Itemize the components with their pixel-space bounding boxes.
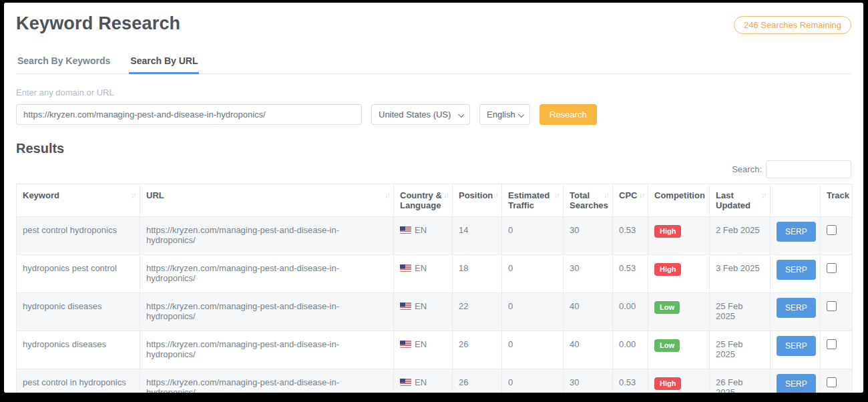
keyword-cell: pest control in hydroponics [17, 369, 140, 393]
track-cell [821, 331, 853, 369]
sort-icon[interactable]: ↓↑ [700, 191, 705, 199]
serp-cell: SERP [771, 331, 821, 369]
serp-button[interactable]: SERP [777, 260, 816, 280]
table-row: hydroponic diseaseshttps://kryzen.com/ma… [17, 293, 853, 331]
column-header-url[interactable]: URL↓↑ [140, 184, 394, 217]
serp-cell: SERP [771, 293, 821, 331]
table-search-row: Search: [16, 160, 851, 178]
track-checkbox[interactable] [827, 301, 837, 311]
cpc-cell: 0.00 [613, 293, 648, 331]
sort-icon[interactable]: ↓↑ [761, 191, 766, 199]
sort-icon[interactable]: ↓↑ [131, 191, 136, 199]
sort-icon[interactable]: ↓↑ [493, 191, 497, 199]
track-cell [821, 217, 853, 255]
keyword-cell: hydroponic diseases [17, 293, 140, 331]
cpc-cell: 0.53 [613, 255, 648, 293]
estimated-traffic-cell: 0 [502, 293, 564, 331]
searches-remaining-badge: 246 Searches Remaining [734, 16, 851, 34]
competition-badge: Low [654, 301, 680, 314]
column-header-serp [771, 184, 821, 217]
total-searches-cell: 30 [564, 369, 613, 393]
last-updated-cell: 25 Feb 2025 [710, 293, 771, 331]
sort-icon[interactable]: ↓↑ [443, 191, 448, 199]
chevron-down-icon [458, 112, 464, 118]
url-cell: https://kryzen.com/managing-pest-and-dis… [140, 293, 394, 331]
track-cell [821, 255, 853, 293]
us-flag-icon [400, 264, 411, 272]
sort-icon[interactable]: ↓↑ [554, 191, 559, 199]
table-header-row: Keyword↓↑ URL↓↑ Country & Language↓↑ Pos… [17, 184, 853, 217]
track-checkbox[interactable] [827, 377, 837, 387]
column-header-cpc[interactable]: CPC↓↑ [613, 184, 648, 217]
column-header-competition[interactable]: Competition↓↑ [648, 184, 710, 217]
sort-icon[interactable]: ↓↑ [604, 191, 608, 199]
competition-cell: Low [648, 331, 710, 369]
page-title: Keyword Research [16, 13, 180, 34]
keyword-cell: hydroponics diseases [17, 331, 140, 369]
table-search-label: Search: [732, 164, 762, 174]
country-language-cell: EN [394, 255, 453, 293]
url-input[interactable] [16, 104, 362, 125]
total-searches-cell: 40 [564, 331, 613, 369]
track-checkbox[interactable] [827, 263, 837, 273]
us-flag-icon [400, 379, 411, 386]
table-row: pest control hydroponicshttps://kryzen.c… [17, 217, 853, 255]
country-selected-value: United States (US) [379, 110, 451, 120]
language-selected-value: English [487, 110, 515, 120]
research-button[interactable]: Research [539, 104, 597, 125]
serp-button[interactable]: SERP [777, 298, 816, 318]
table-search-input[interactable] [766, 160, 851, 178]
serp-cell: SERP [771, 369, 821, 393]
total-searches-cell: 40 [564, 293, 613, 331]
last-updated-cell: 26 Feb 2025 [710, 369, 771, 393]
estimated-traffic-cell: 0 [502, 255, 564, 293]
table-row: pest control in hydroponicshttps://kryze… [17, 369, 853, 393]
position-cell: 18 [453, 255, 502, 293]
competition-badge: Low [654, 339, 680, 352]
serp-button[interactable]: SERP [777, 336, 816, 356]
column-header-keyword[interactable]: Keyword↓↑ [17, 184, 140, 217]
total-searches-cell: 30 [564, 217, 613, 255]
serp-button[interactable]: SERP [777, 222, 816, 242]
column-header-country-language[interactable]: Country & Language↓↑ [394, 184, 453, 217]
page-header: Keyword Research 246 Searches Remaining [16, 13, 851, 34]
language-select[interactable]: English [479, 104, 530, 125]
track-cell [821, 293, 853, 331]
table-row: hydroponics diseaseshttps://kryzen.com/m… [17, 331, 853, 369]
search-form: United States (US) English Research [16, 104, 851, 125]
track-checkbox[interactable] [827, 225, 837, 235]
keyword-cell: pest control hydroponics [17, 217, 140, 255]
us-flag-icon [400, 226, 411, 234]
sort-icon[interactable]: ↓↑ [639, 191, 644, 199]
country-select[interactable]: United States (US) [371, 104, 470, 125]
track-checkbox[interactable] [827, 339, 837, 349]
sort-icon[interactable]: ↓↑ [385, 191, 389, 199]
serp-cell: SERP [771, 255, 821, 293]
competition-badge: High [654, 263, 681, 276]
competition-cell: High [648, 255, 710, 293]
competition-badge: High [654, 377, 681, 390]
cpc-cell: 0.53 [613, 369, 648, 393]
keyword-research-page: Keyword Research 246 Searches Remaining … [4, 3, 863, 393]
country-language-cell: EN [394, 331, 453, 369]
serp-button[interactable]: SERP [777, 374, 816, 393]
url-cell: https://kryzen.com/managing-pest-and-dis… [140, 217, 394, 255]
total-searches-cell: 30 [564, 255, 613, 293]
estimated-traffic-cell: 0 [502, 217, 564, 255]
results-title: Results [16, 141, 851, 156]
last-updated-cell: 25 Feb 2025 [710, 331, 771, 369]
us-flag-icon [400, 303, 411, 310]
tab-search-by-url[interactable]: Search By URL [129, 51, 199, 74]
column-header-total-searches[interactable]: Total Searches↓↑ [564, 184, 613, 217]
position-cell: 26 [453, 369, 502, 393]
column-header-position[interactable]: Position↓↑ [453, 184, 502, 217]
column-header-last-updated[interactable]: Last Updated↓↑ [710, 184, 771, 217]
url-cell: https://kryzen.com/managing-pest-and-dis… [140, 255, 394, 293]
column-header-estimated-traffic[interactable]: Estimated Traffic↓↑ [502, 184, 564, 217]
estimated-traffic-cell: 0 [502, 331, 564, 369]
chevron-down-icon [518, 112, 524, 118]
tab-search-by-keywords[interactable]: Search By Keywords [16, 51, 112, 73]
us-flag-icon [400, 341, 411, 348]
keyword-cell: hydroponics pest control [17, 255, 140, 293]
position-cell: 26 [453, 331, 502, 369]
